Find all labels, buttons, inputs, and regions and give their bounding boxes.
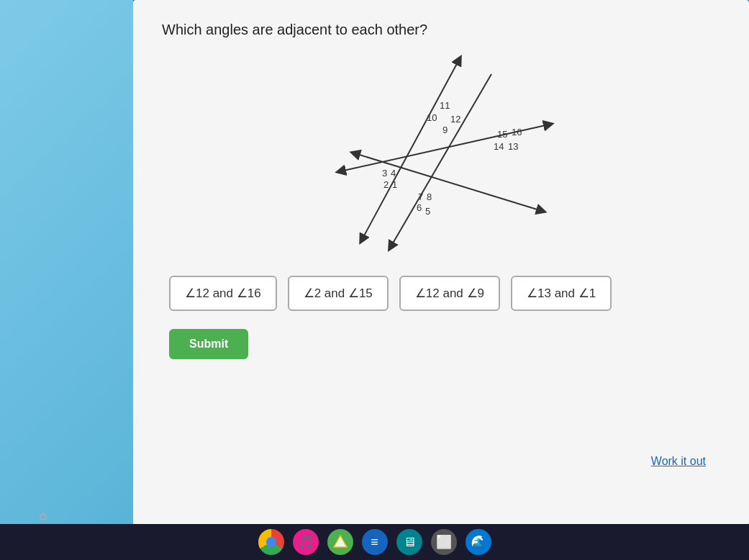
svg-text:12: 12: [450, 114, 460, 125]
svg-text:5: 5: [425, 206, 430, 217]
svg-text:7: 7: [418, 191, 423, 202]
answer-choices: ∠12 and ∠16 ∠2 and ∠15 ∠12 and ∠9 ∠13 an…: [162, 276, 720, 311]
svg-text:6: 6: [417, 202, 422, 213]
svg-text:3: 3: [382, 168, 387, 179]
circle-indicator: [40, 513, 47, 520]
svg-text:13: 13: [508, 141, 518, 152]
work-it-out-link[interactable]: Work it out: [651, 455, 706, 468]
svg-text:9: 9: [442, 125, 448, 135]
window-taskbar-icon[interactable]: ⬜: [431, 529, 457, 555]
svg-text:8: 8: [427, 191, 432, 202]
display-taskbar-icon[interactable]: 🖥: [396, 529, 422, 555]
notes-taskbar-icon[interactable]: ≡: [362, 529, 388, 555]
media-taskbar-icon[interactable]: 🎵: [293, 529, 319, 555]
choice-1-button[interactable]: ∠12 and ∠16: [169, 276, 277, 311]
choice-2-button[interactable]: ∠2 and ∠15: [288, 276, 389, 311]
choice-3-button[interactable]: ∠12 and ∠9: [399, 276, 500, 311]
svg-text:15: 15: [497, 129, 507, 140]
main-screen: Which angles are adjacent to each other?: [133, 0, 749, 525]
svg-marker-20: [334, 536, 347, 547]
svg-text:11: 11: [440, 100, 450, 111]
svg-text:14: 14: [494, 141, 504, 152]
svg-text:10: 10: [427, 112, 437, 123]
left-panel: [0, 0, 133, 525]
question-area: Which angles are adjacent to each other?: [133, 0, 749, 381]
svg-text:1: 1: [392, 179, 397, 190]
drive-taskbar-icon[interactable]: [327, 529, 353, 555]
choice-4-button[interactable]: ∠13 and ∠1: [511, 276, 612, 311]
taskbar: 🎵 ≡ 🖥 ⬜ 🌊: [0, 524, 749, 560]
chrome-taskbar-icon[interactable]: [258, 529, 284, 555]
question-title: Which angles are adjacent to each other?: [162, 22, 720, 38]
svg-text:2: 2: [383, 179, 389, 190]
svg-text:16: 16: [512, 127, 522, 137]
edge-taskbar-icon[interactable]: 🌊: [466, 529, 491, 555]
angles-diagram: 11 10 12 9 15 16 14 13 3 4 2 1 7 8 6 5: [319, 53, 563, 254]
submit-button[interactable]: Submit: [169, 329, 248, 359]
diagram-container: 11 10 12 9 15 16 14 13 3 4 2 1 7 8 6 5: [319, 53, 563, 254]
svg-text:4: 4: [391, 168, 396, 179]
